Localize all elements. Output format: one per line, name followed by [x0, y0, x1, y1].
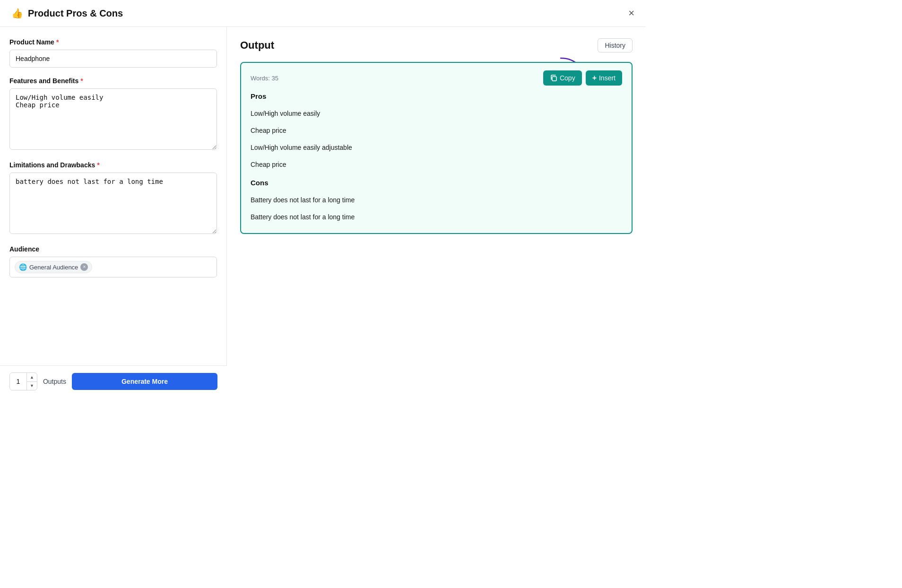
cons-title: Cons	[251, 179, 622, 187]
pros-section: Pros Low/High volume easily Cheap price …	[251, 92, 622, 173]
cons-section: Cons Battery does not last for a long ti…	[251, 179, 622, 225]
outputs-label: Outputs	[43, 378, 66, 385]
audience-tag-remove-button[interactable]: ×	[80, 263, 88, 271]
copy-icon	[550, 74, 557, 82]
audience-tag: 🌐 General Audience ×	[15, 261, 92, 273]
plus-icon: +	[592, 74, 597, 82]
features-group: Features and Benefits * Low/High volume …	[9, 77, 217, 152]
outputs-value-input[interactable]	[10, 373, 27, 390]
thumb-icon: 👍	[11, 8, 23, 19]
copy-button[interactable]: Copy	[543, 70, 582, 86]
stepper-down-button[interactable]: ▼	[27, 382, 37, 390]
pros-title: Pros	[251, 92, 622, 100]
close-button[interactable]: ×	[628, 8, 634, 18]
left-panel: Product Name * Features and Benefits * L…	[0, 27, 227, 397]
limitations-textarea[interactable]: battery does not last for a long time	[9, 173, 217, 234]
audience-label: Audience	[9, 245, 217, 253]
list-item: Battery does not last for a long time	[251, 208, 622, 225]
features-textarea[interactable]: Low/High volume easily Cheap price	[9, 88, 217, 150]
history-button[interactable]: History	[598, 38, 633, 52]
product-name-input[interactable]	[9, 50, 217, 68]
list-item: Low/High volume easily	[251, 105, 622, 122]
limitations-group: Limitations and Drawbacks * battery does…	[9, 161, 217, 236]
features-label: Features and Benefits *	[9, 77, 217, 85]
app-header: 👍 Product Pros & Cons ×	[0, 0, 646, 27]
output-title: Output	[240, 39, 274, 52]
limitations-label: Limitations and Drawbacks *	[9, 161, 217, 169]
stepper-buttons: ▲ ▼	[27, 373, 37, 390]
product-name-group: Product Name *	[9, 38, 217, 68]
required-star: *	[56, 38, 59, 46]
output-header: Output History	[240, 38, 633, 52]
list-item: Battery does not last for a long time	[251, 191, 622, 208]
globe-icon: 🌐	[19, 263, 27, 271]
main-layout: Product Name * Features and Benefits * L…	[0, 27, 646, 397]
words-count: Words: 35	[251, 75, 278, 82]
audience-group: Audience 🌐 General Audience ×	[9, 245, 217, 277]
required-star-features: *	[80, 77, 83, 85]
audience-tag-container: 🌐 General Audience ×	[9, 257, 217, 277]
product-name-label: Product Name *	[9, 38, 217, 46]
svg-rect-1	[552, 77, 556, 81]
footer-controls: ▲ ▼ Outputs Generate More	[0, 365, 227, 397]
required-star-limitations: *	[97, 161, 99, 169]
app-title: Product Pros & Cons	[28, 8, 123, 19]
insert-button[interactable]: + Insert	[586, 70, 622, 86]
stepper-up-button[interactable]: ▲	[27, 373, 37, 382]
list-item: Low/High volume easily adjustable	[251, 139, 622, 156]
right-panel: Output History Words: 35	[227, 27, 646, 397]
generate-more-button[interactable]: Generate More	[72, 373, 217, 390]
outputs-stepper: ▲ ▼	[9, 372, 37, 390]
card-actions: Copy + Insert	[543, 70, 622, 86]
header-left: 👍 Product Pros & Cons	[11, 8, 123, 19]
list-item: Cheap price	[251, 156, 622, 173]
card-header-row: Words: 35 Copy + Insert	[251, 70, 622, 86]
audience-tag-label: General Audience	[29, 264, 78, 271]
list-item: Cheap price	[251, 122, 622, 139]
output-card: Words: 35 Copy + Insert	[240, 62, 633, 234]
